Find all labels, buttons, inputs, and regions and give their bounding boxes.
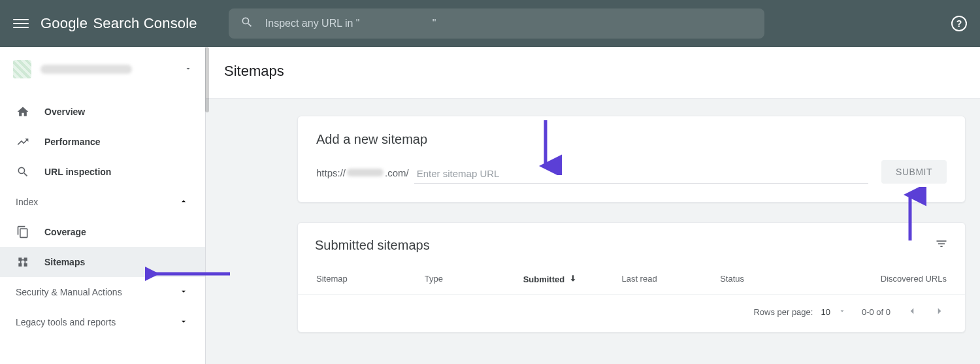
rows-per-page-label: Rows per page: (753, 307, 813, 317)
sidebar: Overview Performance URL inspection Inde… (0, 47, 206, 364)
rows-per-page-value[interactable]: 10 (821, 307, 830, 317)
col-last-read[interactable]: Last read (621, 274, 720, 285)
logo-google: Google (41, 15, 88, 31)
col-sitemap[interactable]: Sitemap (316, 274, 425, 285)
sidebar-item-label: Coverage (44, 227, 86, 237)
sidebar-item-label: Overview (44, 107, 85, 117)
pager-range: 0-0 of 0 (862, 307, 890, 317)
property-name-redacted (41, 65, 132, 74)
page-title: Sitemaps (206, 47, 980, 99)
sitemap-icon (16, 255, 30, 269)
chevron-up-icon (179, 197, 188, 208)
domain-redacted (347, 169, 384, 176)
sidebar-item-coverage[interactable]: Coverage (0, 217, 205, 247)
menu-icon[interactable] (13, 16, 29, 31)
search-icon (240, 16, 253, 31)
filter-icon[interactable] (935, 237, 948, 253)
sitemap-url-prefix: https:// .com/ (316, 167, 409, 184)
trend-icon (16, 135, 30, 149)
sidebar-item-sitemaps[interactable]: Sitemaps (0, 247, 205, 277)
sidebar-item-overview[interactable]: Overview (0, 97, 205, 127)
search-icon (16, 165, 30, 179)
sidebar-nav: Overview Performance URL inspection Inde… (0, 91, 205, 337)
submit-button[interactable]: SUBMIT (881, 160, 947, 184)
pager-next-icon[interactable] (934, 305, 945, 319)
col-submitted[interactable]: Submitted (523, 274, 622, 285)
url-search-input[interactable] (265, 18, 753, 29)
main-content: Sitemaps Add a new sitemap https:// .com… (206, 47, 980, 364)
sidebar-item-url-inspection[interactable]: URL inspection (0, 157, 205, 187)
chevron-down-icon (179, 287, 188, 298)
sidebar-section-label: Index (16, 197, 38, 207)
home-icon (16, 105, 30, 119)
chevron-down-icon (184, 63, 192, 75)
sitemap-url-input[interactable] (414, 164, 868, 184)
help-icon[interactable]: ? (951, 16, 967, 31)
sidebar-section-label: Security & Manual Actions (16, 287, 122, 297)
pager-prev-icon[interactable] (906, 305, 918, 319)
sidebar-item-label: Sitemaps (44, 257, 85, 267)
sort-desc-icon (568, 274, 578, 285)
property-thumbnail (13, 60, 31, 78)
sitemaps-table-header: Sitemap Type Submitted Last read Status … (298, 258, 965, 294)
sidebar-section-legacy[interactable]: Legacy tools and reports (0, 307, 205, 337)
submitted-sitemaps-card: Submitted sitemaps Sitemap Type Submitte… (297, 222, 966, 333)
add-sitemap-heading: Add a new sitemap (298, 116, 965, 160)
table-pager: Rows per page: 10 0-0 of 0 (298, 294, 965, 332)
sidebar-section-label: Legacy tools and reports (16, 317, 116, 327)
sidebar-item-performance[interactable]: Performance (0, 127, 205, 157)
app-logo: Google Search Console (41, 15, 197, 32)
logo-product: Search Console (93, 15, 197, 31)
pages-icon (16, 225, 30, 239)
add-sitemap-card: Add a new sitemap https:// .com/ SUBMIT (297, 116, 966, 203)
sidebar-section-security[interactable]: Security & Manual Actions (0, 277, 205, 307)
url-search-box[interactable] (229, 8, 764, 39)
col-discovered[interactable]: Discovered URLs (819, 274, 947, 285)
col-status[interactable]: Status (720, 274, 819, 285)
col-type[interactable]: Type (425, 274, 523, 285)
app-header: Google Search Console ? (0, 0, 980, 47)
sidebar-item-label: URL inspection (44, 167, 111, 177)
property-selector[interactable] (0, 47, 205, 91)
sidebar-section-index[interactable]: Index (0, 187, 205, 217)
sidebar-item-label: Performance (44, 137, 101, 147)
submitted-sitemaps-heading: Submitted sitemaps (315, 238, 430, 253)
chevron-down-icon[interactable] (838, 307, 846, 317)
chevron-down-icon (179, 317, 188, 328)
